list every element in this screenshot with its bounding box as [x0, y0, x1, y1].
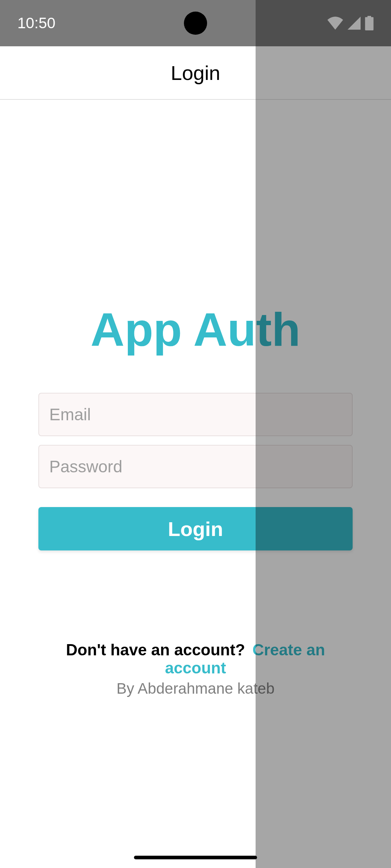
- login-form: App Auth Login Don't have an account? Cr…: [0, 100, 391, 697]
- app-header: Login: [0, 46, 391, 100]
- signup-section: Don't have an account? Create an account…: [39, 641, 352, 697]
- status-time: 10:50: [17, 14, 55, 32]
- status-icons: [327, 16, 374, 30]
- battery-icon: [365, 16, 374, 30]
- login-button[interactable]: Login: [38, 507, 353, 550]
- wifi-icon: [327, 17, 343, 30]
- status-bar: 10:50: [0, 0, 391, 46]
- nav-bar-handle[interactable]: [134, 856, 257, 859]
- page-title: Login: [171, 61, 220, 85]
- signal-icon: [348, 17, 361, 30]
- app-title: App Auth: [91, 302, 300, 357]
- email-field[interactable]: [38, 393, 353, 436]
- signup-prompt: Don't have an account?: [66, 641, 245, 659]
- author-credit: By Abderahmane kateb: [39, 680, 352, 697]
- password-field[interactable]: [38, 445, 353, 488]
- camera-cutout: [184, 12, 207, 35]
